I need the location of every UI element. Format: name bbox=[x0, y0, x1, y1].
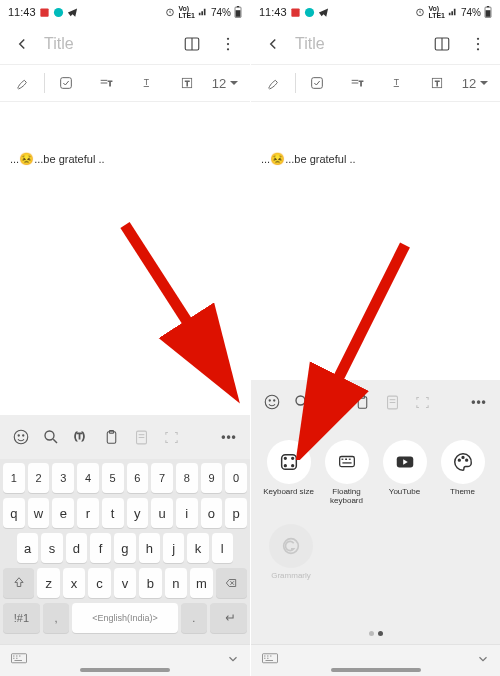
key-z[interactable]: z bbox=[37, 568, 59, 598]
more-menu-icon[interactable] bbox=[214, 30, 242, 58]
key-9[interactable]: 9 bbox=[201, 463, 223, 493]
key-h[interactable]: h bbox=[139, 533, 160, 563]
option-keyboard-size[interactable]: Keyboard size bbox=[263, 440, 315, 506]
key-2[interactable]: 2 bbox=[28, 463, 50, 493]
key-j[interactable]: j bbox=[163, 533, 184, 563]
font-size-picker[interactable]: 12 bbox=[458, 68, 496, 98]
battery-icon bbox=[234, 6, 242, 18]
keyboard-switch-icon[interactable] bbox=[10, 652, 28, 670]
keyboard-switch-icon[interactable] bbox=[261, 652, 279, 670]
search-icon[interactable] bbox=[287, 387, 317, 417]
option-theme[interactable]: Theme bbox=[437, 440, 489, 506]
text-style-icon[interactable]: T bbox=[87, 68, 125, 98]
text-bg-icon[interactable]: T bbox=[168, 68, 206, 98]
keyboard-more-icon[interactable]: ••• bbox=[214, 422, 244, 452]
symbols-key[interactable]: !#1 bbox=[3, 603, 40, 633]
title-field[interactable]: Title bbox=[295, 35, 420, 53]
key-r[interactable]: r bbox=[77, 498, 99, 528]
scan-icon[interactable] bbox=[156, 422, 186, 452]
key-b[interactable]: b bbox=[139, 568, 161, 598]
text-color-icon[interactable]: T bbox=[378, 68, 416, 98]
key-u[interactable]: u bbox=[151, 498, 173, 528]
nav-handle[interactable] bbox=[331, 668, 421, 672]
checkbox-icon[interactable] bbox=[298, 68, 336, 98]
key-c[interactable]: c bbox=[88, 568, 110, 598]
spacebar[interactable]: < English(India) > bbox=[72, 603, 177, 633]
text-color-icon[interactable]: T bbox=[128, 68, 166, 98]
doc-icon[interactable] bbox=[126, 422, 156, 452]
search-icon[interactable] bbox=[36, 422, 66, 452]
option-youtube[interactable]: YouTube bbox=[379, 440, 431, 506]
clipboard-icon[interactable] bbox=[96, 422, 126, 452]
key-3[interactable]: 3 bbox=[52, 463, 74, 493]
svg-point-1 bbox=[53, 7, 62, 16]
shift-key[interactable] bbox=[3, 568, 34, 598]
key-l[interactable]: l bbox=[212, 533, 233, 563]
key-o[interactable]: o bbox=[201, 498, 223, 528]
note-body[interactable]: ...😣...be grateful .. bbox=[251, 102, 500, 176]
svg-text:(T): (T) bbox=[325, 397, 336, 406]
key-0[interactable]: 0 bbox=[225, 463, 247, 493]
scan-icon[interactable] bbox=[407, 387, 437, 417]
key-d[interactable]: d bbox=[66, 533, 87, 563]
reader-icon[interactable] bbox=[178, 30, 206, 58]
text-style-icon[interactable]: T bbox=[338, 68, 376, 98]
keyboard-collapse-icon[interactable] bbox=[226, 652, 240, 670]
font-size-picker[interactable]: 12 bbox=[208, 68, 246, 98]
key-a[interactable]: a bbox=[17, 533, 38, 563]
key-s[interactable]: s bbox=[41, 533, 62, 563]
pen-icon[interactable] bbox=[4, 68, 42, 98]
key-e[interactable]: e bbox=[52, 498, 74, 528]
pen-icon[interactable] bbox=[255, 68, 293, 98]
key-t[interactable]: t bbox=[102, 498, 124, 528]
checkbox-icon[interactable] bbox=[47, 68, 85, 98]
title-field[interactable]: Title bbox=[44, 35, 170, 53]
doc-icon[interactable] bbox=[377, 387, 407, 417]
emoji-icon[interactable] bbox=[6, 422, 36, 452]
key-8[interactable]: 8 bbox=[176, 463, 198, 493]
key-7[interactable]: 7 bbox=[151, 463, 173, 493]
translate-icon[interactable]: (T) bbox=[66, 422, 96, 452]
svg-point-71 bbox=[291, 465, 293, 467]
key-4[interactable]: 4 bbox=[77, 463, 99, 493]
key-x[interactable]: x bbox=[63, 568, 85, 598]
backspace-key[interactable] bbox=[216, 568, 247, 598]
keyboard-more-icon[interactable]: ••• bbox=[464, 387, 494, 417]
key-y[interactable]: y bbox=[127, 498, 149, 528]
reader-icon[interactable] bbox=[428, 30, 456, 58]
key-6[interactable]: 6 bbox=[127, 463, 149, 493]
key-1[interactable]: 1 bbox=[3, 463, 25, 493]
more-menu-icon[interactable] bbox=[464, 30, 492, 58]
emoji-grateful: 😣 bbox=[19, 152, 34, 166]
back-button[interactable] bbox=[8, 30, 36, 58]
option-floating-keyboard[interactable]: Floating keyboard bbox=[321, 440, 373, 506]
key-q[interactable]: q bbox=[3, 498, 25, 528]
key-m[interactable]: m bbox=[190, 568, 212, 598]
option-grammarly[interactable]: Grammarly bbox=[265, 524, 317, 581]
key-p[interactable]: p bbox=[225, 498, 247, 528]
key-f[interactable]: f bbox=[90, 533, 111, 563]
dot-1[interactable] bbox=[369, 631, 374, 636]
clipboard-icon[interactable] bbox=[347, 387, 377, 417]
emoji-icon[interactable] bbox=[257, 387, 287, 417]
enter-key[interactable] bbox=[210, 603, 247, 633]
keyboard-collapse-icon[interactable] bbox=[476, 652, 490, 670]
key-v[interactable]: v bbox=[114, 568, 136, 598]
nav-handle[interactable] bbox=[80, 668, 170, 672]
key-i[interactable]: i bbox=[176, 498, 198, 528]
svg-text:T: T bbox=[108, 80, 112, 87]
signal-icon bbox=[448, 7, 458, 17]
key-k[interactable]: k bbox=[187, 533, 208, 563]
key-g[interactable]: g bbox=[114, 533, 135, 563]
status-time: 11:43 bbox=[8, 6, 36, 18]
text-bg-icon[interactable]: T bbox=[418, 68, 456, 98]
dot-key[interactable]: . bbox=[181, 603, 207, 633]
key-w[interactable]: w bbox=[28, 498, 50, 528]
comma-key[interactable]: , bbox=[43, 603, 69, 633]
note-body[interactable]: ...😣...be grateful .. bbox=[0, 102, 250, 176]
back-button[interactable] bbox=[259, 30, 287, 58]
key-n[interactable]: n bbox=[165, 568, 187, 598]
translate-icon[interactable]: (T) bbox=[317, 387, 347, 417]
key-5[interactable]: 5 bbox=[102, 463, 124, 493]
dot-2[interactable] bbox=[378, 631, 383, 636]
